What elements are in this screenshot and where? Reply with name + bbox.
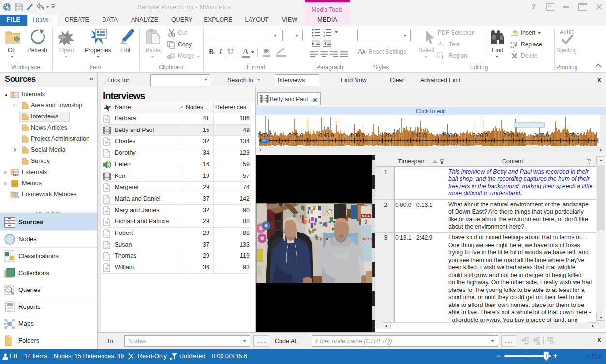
- svg-text:1:20.0: 1:20.0: [381, 132, 396, 138]
- svg-text:2:40.0: 2:40.0: [503, 132, 518, 138]
- svg-text:3: 3: [323, 34, 325, 37]
- svg-text:0:40.0: 0:40.0: [319, 132, 334, 138]
- svg-text:2:20.0: 2:20.0: [473, 132, 488, 138]
- svg-text:2:00.0: 2:00.0: [442, 132, 457, 138]
- svg-text:N.CA: N.CA: [362, 214, 370, 218]
- svg-text:WELC: WELC: [362, 237, 372, 241]
- svg-text:1:40.0: 1:40.0: [411, 132, 426, 138]
- svg-text:0:20.0: 0:20.0: [288, 132, 303, 138]
- svg-text:3:00.0: 3:00.0: [534, 132, 549, 138]
- svg-text:2: 2: [365, 220, 368, 225]
- svg-text:A: A: [438, 41, 442, 47]
- svg-text:ac: ac: [510, 44, 514, 48]
- svg-text:3:20.0: 3:20.0: [565, 132, 580, 138]
- svg-text:1:00.0: 1:00.0: [350, 132, 365, 138]
